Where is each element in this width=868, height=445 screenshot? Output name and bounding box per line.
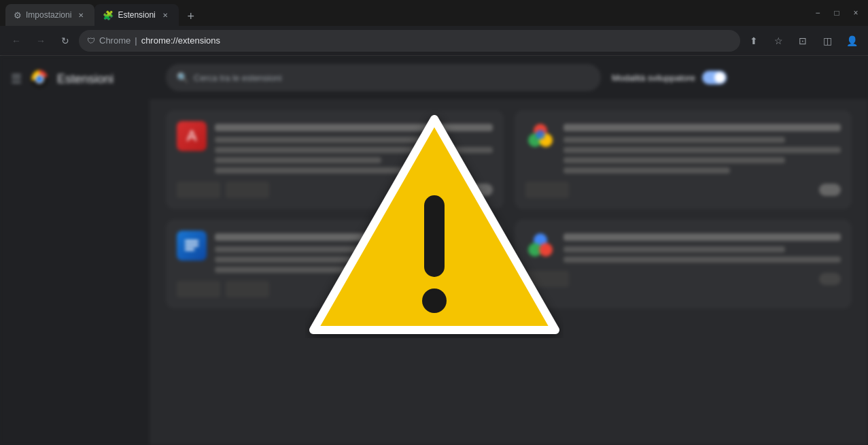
full-page: ⚙ Impostazioni ✕ 🧩 Estensioni ✕ + − □ × xyxy=(0,0,868,445)
warning-triangle xyxy=(305,107,563,338)
warning-overlay xyxy=(0,0,868,445)
exclamation-stem xyxy=(424,195,445,277)
exclamation-dot xyxy=(422,289,447,313)
